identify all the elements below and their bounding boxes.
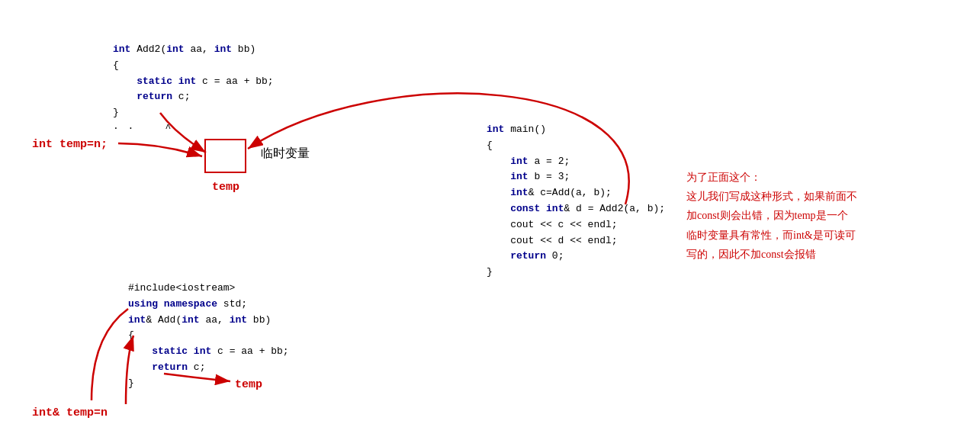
main-line-5: int& c=Add(a, b); [487,185,665,201]
code-line-6: · · ^ [113,121,274,137]
code-line-3: static int c = aa + bb; [113,74,274,90]
code-line-1: int Add2(int aa, int bb) [113,42,274,58]
explanation-block: 为了正面这个： 这儿我们写成这种形式，如果前面不 加const则会出错，因为te… [686,168,938,264]
int-ref-temp-label: int& temp=n [32,404,108,422]
code-main: int main() { int a = 2; int b = 3; int& … [487,122,665,281]
arrow-add-down [92,309,128,400]
main-line-3: int a = 2; [487,154,665,170]
explanation-line-4: 临时变量具有常性，而int&是可读可 [686,226,938,245]
bottom-line-7: } [128,376,289,392]
temp-variable-box [204,139,246,173]
main-line-2: { [487,138,665,154]
bottom-line-5: static int c = aa + bb; [128,344,289,360]
temp-label-bottom: temp [235,378,262,391]
main-line-1: int main() [487,122,665,138]
temp-label-top: temp [212,181,239,194]
code-line-2: { [113,58,274,74]
explanation-line-5: 写的，因此不加const会报错 [686,245,938,264]
main-line-7: cout << c << endl; [487,217,665,233]
int-temp-label: int temp=n; [32,136,108,154]
main-line-8: cout << d << endl; [487,233,665,249]
bottom-line-3: int& Add(int aa, int bb) [128,313,289,329]
bottom-line-2: using namespace std; [128,297,289,313]
code-line-4: return c; [113,89,274,105]
explanation-line-2: 这儿我们写成这种形式，如果前面不 [686,187,938,206]
arrow-label-to-box [118,143,202,156]
main-line-6: const int& d = Add2(a, b); [487,201,665,217]
linshi-bianliang-label: 临时变量 [261,146,310,162]
bottom-line-6: return c; [128,360,289,376]
code-bottom-left: #include<iostream> using namespace std; … [128,281,289,392]
bottom-line-1: #include<iostream> [128,281,289,297]
main-line-9: return 0; [487,249,665,265]
explanation-line-3: 加const则会出错，因为temp是一个 [686,206,938,225]
code-line-5: } [113,105,274,121]
code-top-left: int Add2(int aa, int bb) { static int c … [113,42,274,137]
main-line-10: } [487,265,665,281]
main-line-4: int b = 3; [487,169,665,185]
explanation-line-1: 为了正面这个： [686,168,938,187]
bottom-line-4: { [128,328,289,344]
